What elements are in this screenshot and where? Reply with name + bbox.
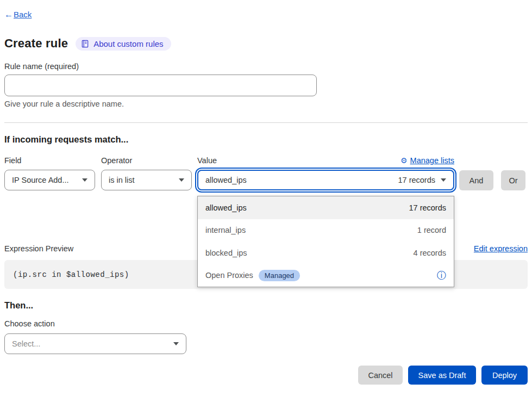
page-title: Create rule — [4, 36, 68, 51]
action-select[interactable]: Select... — [4, 333, 186, 354]
value-select-value: allowed_ips — [205, 176, 392, 184]
or-button[interactable]: Or — [501, 170, 525, 190]
choose-action-label: Choose action — [4, 319, 528, 328]
cancel-button[interactable]: Cancel — [358, 366, 403, 385]
match-section-heading: If incoming requests match... — [4, 134, 528, 145]
managed-badge: Managed — [259, 270, 300, 281]
operator-column: Operator is in list — [101, 156, 192, 190]
open-proxies-left: Open Proxies Managed — [205, 270, 300, 281]
chevron-down-icon — [179, 178, 184, 182]
section-divider — [4, 122, 528, 123]
list-name: blocked_ips — [205, 249, 247, 257]
back-link[interactable]: ←Back — [4, 10, 32, 20]
manage-lists-link[interactable]: ⚙ Manage lists — [400, 156, 454, 165]
value-column: Value ⚙ Manage lists allowed_ips 17 reco… — [197, 156, 454, 190]
dropdown-item-blocked-ips[interactable]: blocked_ips 4 records — [198, 242, 454, 264]
expression-preview-label: Expression Preview — [4, 244, 73, 253]
then-section-heading: Then... — [4, 300, 528, 311]
book-icon — [81, 40, 89, 48]
action-select-placeholder: Select... — [12, 339, 168, 348]
info-icon[interactable]: ⓘ — [437, 271, 446, 280]
back-arrow-icon: ← — [4, 10, 13, 20]
dropdown-item-internal-ips[interactable]: internal_ips 1 record — [198, 219, 454, 242]
field-select-value: IP Source Add... — [12, 176, 77, 184]
operator-label: Operator — [101, 156, 192, 165]
chevron-down-icon — [173, 342, 179, 345]
list-records: 4 records — [414, 249, 446, 257]
field-column: Field IP Source Add... — [4, 156, 95, 190]
rule-name-input[interactable] — [4, 75, 317, 96]
expression-code: (ip.src in $allowed_ips) — [13, 270, 129, 279]
rule-name-label: Rule name (required) — [4, 62, 528, 71]
list-dropdown-panel: allowed_ips 17 records internal_ips 1 re… — [197, 196, 454, 287]
list-records: 1 record — [417, 226, 446, 234]
save-as-draft-button[interactable]: Save as Draft — [408, 366, 476, 385]
list-records: 17 records — [409, 203, 446, 212]
chevron-down-icon — [82, 178, 87, 182]
deploy-button[interactable]: Deploy — [481, 366, 528, 385]
value-label: Value — [197, 156, 217, 165]
operator-select-value: is in list — [109, 176, 173, 184]
field-label: Field — [4, 156, 95, 165]
title-row: Create rule About custom rules — [4, 36, 528, 51]
list-name: internal_ips — [205, 226, 246, 234]
edit-expression-link[interactable]: Edit expression — [474, 244, 528, 253]
create-rule-page: ←Back Create rule About custom rules Rul… — [0, 0, 532, 385]
back-link-label: Back — [14, 10, 32, 19]
value-label-row: Value ⚙ Manage lists — [197, 156, 454, 165]
operator-select[interactable]: is in list — [101, 170, 192, 190]
gear-icon: ⚙ — [400, 156, 408, 165]
dropdown-item-open-proxies[interactable]: Open Proxies Managed ⓘ — [198, 264, 454, 287]
list-name: allowed_ips — [205, 203, 247, 212]
rule-name-group: Rule name (required) Give your rule a de… — [4, 62, 528, 108]
rule-name-helper: Give your rule a descriptive name. — [4, 100, 528, 108]
match-condition-row: Field IP Source Add... Operator is in li… — [4, 156, 528, 190]
chevron-down-icon — [441, 178, 446, 182]
value-select[interactable]: allowed_ips 17 records — [197, 170, 454, 190]
value-select-records: 17 records — [398, 176, 435, 184]
footer-actions: Cancel Save as Draft Deploy — [4, 366, 528, 385]
and-button[interactable]: And — [459, 170, 493, 190]
dropdown-item-allowed-ips[interactable]: allowed_ips 17 records — [198, 196, 454, 219]
list-name: Open Proxies — [205, 271, 253, 280]
field-select[interactable]: IP Source Add... — [4, 170, 95, 190]
about-custom-rules-label: About custom rules — [93, 39, 163, 48]
manage-lists-label: Manage lists — [410, 156, 454, 165]
about-custom-rules-link[interactable]: About custom rules — [76, 37, 171, 51]
